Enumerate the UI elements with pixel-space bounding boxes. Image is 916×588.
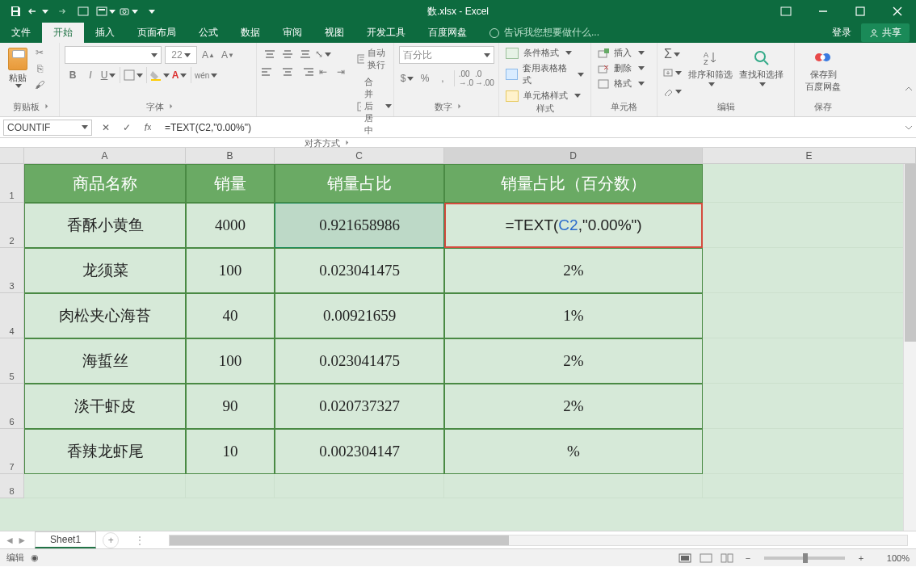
row-header-6[interactable]: 6	[0, 384, 24, 429]
tab-formulas[interactable]: 公式	[187, 23, 229, 43]
zoom-slider[interactable]	[764, 556, 845, 560]
border-button[interactable]	[124, 67, 143, 83]
save-icon[interactable]	[5, 2, 26, 21]
align-bottom-icon[interactable]	[297, 46, 313, 62]
minimize-icon[interactable]	[805, 0, 842, 23]
view-normal-icon[interactable]	[675, 551, 695, 565]
fill-color-button[interactable]	[150, 67, 170, 83]
tab-view[interactable]: 视图	[313, 23, 355, 43]
cell-d4[interactable]: 1%	[444, 293, 703, 338]
sheet-tab-1[interactable]: Sheet1	[35, 531, 96, 548]
cell-a7[interactable]: 香辣龙虾尾	[24, 429, 186, 474]
cell-c8[interactable]	[275, 474, 444, 498]
cell-a2[interactable]: 香酥小黄鱼	[24, 203, 186, 248]
table-format-button[interactable]: 套用表格格式	[504, 61, 586, 87]
row-header-7[interactable]: 7	[0, 429, 24, 474]
merge-center-button[interactable]: 合并后居中	[354, 75, 395, 137]
fx-icon[interactable]: fx	[141, 120, 155, 135]
cell-a4[interactable]: 肉松夹心海苔	[24, 293, 186, 338]
tell-me[interactable]: 告诉我您想要做什么...	[478, 23, 611, 43]
qat-customize[interactable]	[141, 2, 162, 21]
name-box[interactable]: COUNTIF	[3, 120, 92, 136]
qat-button-1[interactable]	[73, 2, 94, 21]
align-middle-icon[interactable]	[279, 46, 296, 62]
tab-layout[interactable]: 页面布局	[126, 23, 187, 43]
login-link[interactable]: 登录	[826, 23, 858, 43]
underline-button[interactable]: U	[100, 67, 116, 83]
tab-developer[interactable]: 开发工具	[355, 23, 417, 43]
align-right-icon[interactable]	[297, 64, 313, 80]
accounting-format-icon[interactable]: $	[399, 70, 415, 86]
increase-decimal-icon[interactable]: .00→.0	[458, 70, 474, 86]
close-icon[interactable]	[879, 0, 916, 23]
conditional-format-button[interactable]: 条件格式	[504, 46, 586, 60]
add-sheet-button[interactable]: +	[103, 532, 119, 548]
number-format-combo[interactable]: 百分比	[399, 46, 494, 64]
col-header-d[interactable]: D	[444, 148, 703, 163]
cell-a3[interactable]: 龙须菜	[24, 248, 186, 293]
row-header-8[interactable]: 8	[0, 474, 24, 498]
undo-icon[interactable]	[27, 2, 48, 21]
align-top-icon[interactable]	[262, 46, 278, 62]
sheet-nav[interactable]: ◄ ►	[0, 535, 32, 546]
vscroll-thumb[interactable]	[905, 164, 916, 342]
indent-increase-icon[interactable]: ⇥	[333, 64, 349, 80]
align-left-icon[interactable]	[262, 64, 278, 80]
grid-body[interactable]: 1 商品名称 销量 销量占比 销量占比（百分数） 2 香酥小黄鱼 4000 0.…	[0, 164, 916, 531]
tab-baidu[interactable]: 百度网盘	[417, 23, 478, 43]
row-header-4[interactable]: 4	[0, 293, 24, 338]
cell-c3[interactable]: 0.023041475	[275, 248, 444, 293]
view-page-layout-icon[interactable]	[696, 551, 716, 565]
tab-file[interactable]: 文件	[0, 23, 42, 43]
sort-filter-button[interactable]: AZ 排序和筛选	[688, 46, 733, 86]
ribbon-display-icon[interactable]	[767, 0, 805, 23]
comma-format-icon[interactable]: ,	[435, 70, 451, 86]
font-size-combo[interactable]: 22	[165, 46, 197, 64]
cell-d2[interactable]: =TEXT(C2,"0.00%")	[444, 203, 703, 248]
collapse-ribbon-icon[interactable]	[903, 84, 914, 95]
cell-d3[interactable]: 2%	[444, 248, 703, 293]
percent-format-icon[interactable]: %	[417, 70, 433, 86]
hscroll-thumb[interactable]	[170, 536, 509, 545]
cell-b6[interactable]: 90	[186, 384, 275, 429]
cell-c1[interactable]: 销量占比	[275, 164, 444, 203]
font-color-button[interactable]: A	[171, 67, 187, 83]
cell-a1[interactable]: 商品名称	[24, 164, 186, 203]
indent-decrease-icon[interactable]: ⇤	[315, 64, 331, 80]
formula-bar-expand-icon[interactable]	[901, 124, 916, 132]
autosum-button[interactable]: Σ	[662, 46, 682, 62]
col-header-e[interactable]: E	[703, 148, 916, 163]
vertical-scrollbar[interactable]	[903, 164, 916, 531]
cell-b7[interactable]: 10	[186, 429, 275, 474]
fill-button[interactable]	[662, 65, 682, 81]
share-button[interactable]: 共享	[861, 23, 910, 42]
row-header-3[interactable]: 3	[0, 248, 24, 293]
decrease-decimal-icon[interactable]: .0→.00	[476, 70, 494, 86]
cell-c6[interactable]: 0.020737327	[275, 384, 444, 429]
cell-e5[interactable]	[703, 338, 916, 384]
decrease-font-icon[interactable]: A▼	[220, 47, 236, 63]
cell-b1[interactable]: 销量	[186, 164, 275, 203]
tab-review[interactable]: 审阅	[271, 23, 313, 43]
zoom-in-button[interactable]: +	[851, 551, 871, 565]
format-cells-button[interactable]: 格式	[596, 77, 652, 90]
cell-b5[interactable]: 100	[186, 338, 275, 384]
cell-c7[interactable]: 0.002304147	[275, 429, 444, 474]
maximize-icon[interactable]	[842, 0, 879, 23]
cell-d7[interactable]: %	[444, 429, 703, 474]
tab-data[interactable]: 数据	[229, 23, 271, 43]
cell-d8[interactable]	[444, 474, 703, 498]
cell-e1[interactable]	[703, 164, 916, 203]
col-header-c[interactable]: C	[275, 148, 444, 163]
increase-font-icon[interactable]: A▲	[200, 47, 216, 63]
zoom-thumb[interactable]	[803, 553, 808, 563]
redo-icon[interactable]	[50, 2, 71, 21]
wrap-text-button[interactable]: 自动换行	[354, 46, 395, 72]
zoom-value[interactable]: 100%	[872, 553, 910, 563]
cell-b4[interactable]: 40	[186, 293, 275, 338]
cancel-formula-icon[interactable]: ✕	[99, 120, 113, 135]
insert-cells-button[interactable]: 插入	[596, 46, 652, 60]
zoom-out-button[interactable]: −	[738, 551, 758, 565]
cell-styles-button[interactable]: 单元格样式	[504, 89, 586, 103]
find-select-button[interactable]: 查找和选择	[739, 46, 784, 86]
